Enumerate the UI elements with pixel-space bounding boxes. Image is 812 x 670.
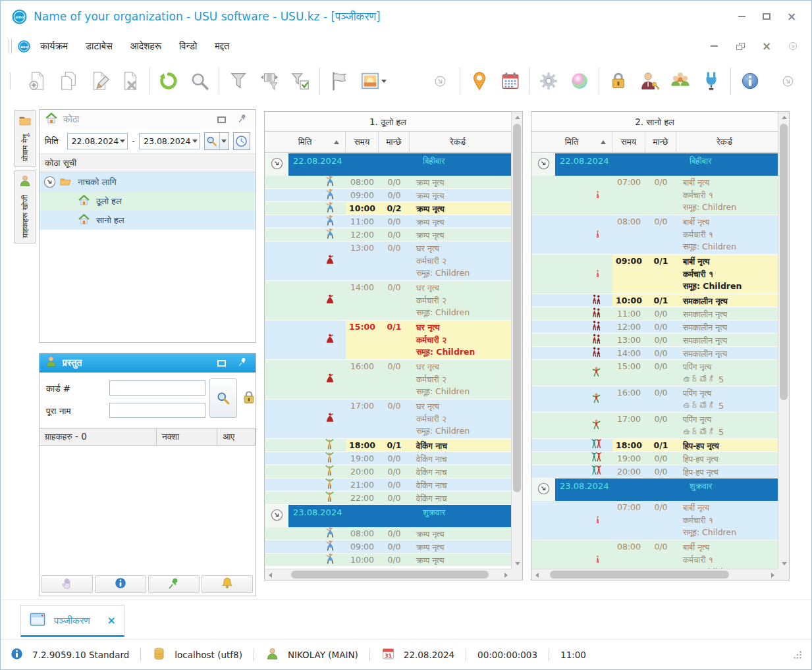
- sidebar-tab-1[interactable]: ग्राहकहरू खोजी: [14, 170, 36, 244]
- collapse-icon[interactable]: [537, 157, 551, 173]
- schedule-group-row[interactable]: 22.08.2024बिहीबार: [265, 153, 511, 176]
- calendar-icon[interactable]: [500, 70, 521, 91]
- schedule-row[interactable]: 08:000/0बार्बी नृत्यकर्मचारी १समूह: Chil…: [531, 540, 778, 569]
- schedule-row[interactable]: 21:000/0वेकिंग नाच: [265, 478, 511, 492]
- tab-registration[interactable]: पञ्जीकरण ×: [20, 605, 124, 637]
- clients-column-header-0[interactable]: ग्राहकहरु - 0: [40, 428, 157, 445]
- schedule-row[interactable]: 12:000/0समकालीन नृत्य: [531, 321, 778, 334]
- schedule-row[interactable]: 10:000/0क्रम्प नृत्य: [265, 554, 511, 567]
- chevron-down-icon[interactable]: [192, 140, 198, 143]
- scroll-up-button[interactable]: [778, 112, 790, 122]
- tree-item-0[interactable]: नाचको लागि: [40, 172, 256, 192]
- column-header-record[interactable]: रेकर्ड: [410, 132, 511, 152]
- schedule-row[interactable]: 13:000/0घर नृत्यकर्मचारी २समूह: Children: [265, 242, 511, 281]
- scroll-down-button[interactable]: [778, 558, 790, 569]
- tab-close-icon[interactable]: ×: [107, 614, 116, 627]
- menu-item-0[interactable]: कार्यक्रम: [40, 41, 68, 52]
- mdi-restore-button[interactable]: [735, 41, 745, 51]
- card-number-input[interactable]: [109, 380, 205, 396]
- schedule-row[interactable]: 10:000/1समकालीन नृत्य: [531, 294, 778, 307]
- toolbar-drag-handle[interactable]: [10, 72, 12, 90]
- tree-item-1[interactable]: ठूलो हल: [40, 192, 256, 211]
- schedule-row[interactable]: 18:000/1हिप-हप नृत्य: [531, 439, 778, 452]
- panel-minimize-icon[interactable]: [217, 116, 226, 123]
- scrollbar-thumb[interactable]: [513, 124, 521, 492]
- full-name-input[interactable]: [109, 403, 205, 418]
- schedule-row[interactable]: 14:000/0समकालीन नृत्य: [531, 347, 778, 360]
- mdi-minimize-button[interactable]: [709, 41, 719, 51]
- schedule-row[interactable]: 15:000/0पपिंग नृत्यఉద్యోగి 5: [531, 360, 778, 386]
- chevron-down-icon[interactable]: [120, 140, 125, 143]
- schedule-row[interactable]: 08:000/0क्रम्प नृत्य: [265, 527, 511, 540]
- vertical-scrollbar[interactable]: [778, 112, 789, 569]
- horizontal-scrollbar[interactable]: [265, 569, 511, 580]
- menu-item-1[interactable]: डाटाबेस: [86, 41, 112, 52]
- scrollbar-thumb[interactable]: [550, 571, 729, 579]
- schedule-row[interactable]: 09:000/0क्रम्प नृत्य: [265, 189, 511, 202]
- collapse-icon[interactable]: [537, 482, 551, 498]
- scrollbar-thumb[interactable]: [780, 124, 788, 400]
- chevron-down-icon[interactable]: [221, 140, 227, 143]
- menu-item-3[interactable]: विन्डो: [179, 41, 197, 52]
- schedule-group-row[interactable]: 23.08.2024शुक्रवार: [531, 478, 778, 501]
- schedule-row[interactable]: 12:000/0क्रम्प नृत्य: [265, 228, 511, 242]
- clients-column-header-1[interactable]: नक्शा: [157, 428, 217, 445]
- schedule-group-row[interactable]: 22.08.2024बिहीबार: [531, 153, 778, 176]
- filter-icon[interactable]: [228, 70, 249, 91]
- overflow-down-icon[interactable]: [430, 70, 451, 91]
- filter-settings-icon[interactable]: [259, 70, 280, 91]
- pin-icon[interactable]: [238, 357, 248, 369]
- plug-icon[interactable]: [701, 70, 722, 91]
- schedule-row[interactable]: 09:000/0क्रम्प नृत्य: [265, 540, 511, 554]
- date-from-input[interactable]: 22.08.2024: [67, 133, 128, 149]
- clients-column-header-2[interactable]: आए: [217, 428, 256, 445]
- column-header-time[interactable]: समय: [612, 132, 645, 152]
- schedule-row[interactable]: 18:000/1वेकिंग नाच: [265, 439, 511, 452]
- scroll-right-button[interactable]: [767, 569, 778, 580]
- resize-grip[interactable]: [793, 650, 802, 659]
- client-search-button[interactable]: [209, 378, 237, 418]
- image-picker-icon[interactable]: [360, 70, 387, 91]
- flag-icon[interactable]: [329, 70, 350, 91]
- collapse-icon[interactable]: [270, 157, 284, 173]
- schedule-row[interactable]: 17:000/0घर नृत्यकर्मचारी २समूह: Children: [265, 399, 511, 439]
- hand-button[interactable]: [41, 575, 93, 593]
- schedule-row[interactable]: 16:000/0पपिंग नृत्यఉద్యోగి 5: [531, 386, 778, 413]
- schedule-row[interactable]: 07:000/0बार्बी नृत्यकर्मचारी १समूह: Chil…: [531, 501, 778, 540]
- column-header-time[interactable]: समय: [346, 132, 379, 152]
- schedule-row[interactable]: 15:000/1घर नृत्यकर्मचारी २समूह: Children: [265, 321, 511, 360]
- pin-icon[interactable]: [238, 113, 248, 126]
- minimize-button[interactable]: [736, 11, 747, 22]
- scroll-left-button[interactable]: [265, 569, 275, 580]
- schedule-row[interactable]: 11:000/0क्रम्प नृत्य: [265, 215, 511, 228]
- close-button[interactable]: ×: [786, 11, 797, 22]
- tree-item-2[interactable]: सानो हल: [40, 211, 256, 230]
- chevron-down-icon[interactable]: [381, 80, 387, 83]
- schedule-row[interactable]: 09:000/1बार्बी नृत्यकर्मचारी १समूह: Chil…: [531, 255, 778, 294]
- lock-icon[interactable]: [241, 390, 258, 407]
- panel-minimize-icon[interactable]: [217, 360, 226, 367]
- search-icon[interactable]: [189, 70, 210, 91]
- schedule-row[interactable]: 08:000/0बार्बी नृत्यकर्मचारी १समूह: Chil…: [531, 215, 778, 255]
- sidebar-tab-0[interactable]: प्रोग्राम मेनू: [14, 110, 36, 167]
- copy-document-icon[interactable]: [58, 70, 79, 91]
- lock-icon[interactable]: [608, 70, 629, 91]
- refresh-icon[interactable]: [158, 70, 179, 91]
- menu-item-2[interactable]: आदेशहरू: [130, 41, 162, 52]
- color-palette-icon[interactable]: [569, 70, 590, 91]
- location-pin-icon[interactable]: [469, 70, 490, 91]
- collapse-icon[interactable]: [40, 175, 59, 189]
- column-header-date[interactable]: मिति: [531, 132, 612, 152]
- column-header-people[interactable]: मान्छे: [379, 132, 410, 152]
- info-badge-button[interactable]: [95, 575, 146, 593]
- vertical-scrollbar[interactable]: [511, 112, 522, 569]
- schedule-clock-button[interactable]: [233, 132, 250, 150]
- scroll-left-button[interactable]: [531, 569, 542, 580]
- filter-apply-icon[interactable]: [290, 70, 311, 91]
- schedule-row[interactable]: 10:000/2क्रम्प नृत्य: [265, 202, 511, 215]
- schedule-row[interactable]: 14:000/0घर नृत्यकर्मचारी २समूह: Children: [265, 281, 511, 321]
- rooms-search-button[interactable]: [204, 132, 229, 150]
- employee-key-icon[interactable]: [639, 70, 660, 91]
- menu-drag-handle[interactable]: [9, 39, 12, 53]
- info-icon[interactable]: [740, 70, 761, 91]
